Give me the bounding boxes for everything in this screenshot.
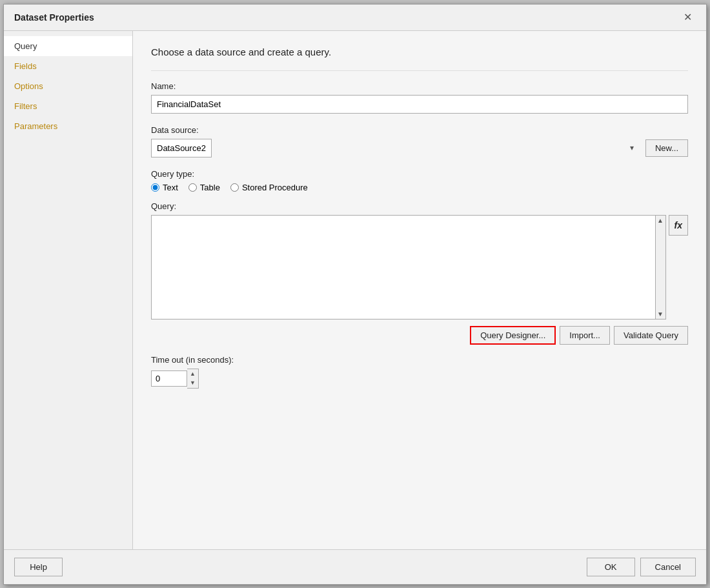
dialog-footer: Help OK Cancel bbox=[4, 549, 706, 584]
timeout-input[interactable] bbox=[151, 370, 187, 387]
timeout-spinner: ▲ ▼ bbox=[187, 369, 199, 389]
fx-button[interactable]: fx bbox=[669, 215, 688, 236]
radio-table-label: Table bbox=[200, 183, 220, 192]
validate-query-button[interactable]: Validate Query bbox=[614, 326, 688, 345]
sidebar-item-query[interactable]: Query bbox=[4, 36, 132, 56]
timeout-increment-button[interactable]: ▲ bbox=[187, 369, 198, 379]
name-input[interactable] bbox=[151, 95, 688, 114]
new-datasource-button[interactable]: New... bbox=[645, 139, 688, 157]
dialog-body: Query Fields Options Filters Parameters … bbox=[4, 31, 706, 549]
name-label: Name: bbox=[151, 81, 688, 91]
help-button[interactable]: Help bbox=[14, 558, 63, 576]
radio-text-input[interactable] bbox=[151, 183, 159, 192]
radio-group: Text Table Stored Procedure bbox=[151, 183, 308, 192]
query-designer-button[interactable]: Query Designer... bbox=[470, 326, 556, 345]
query-label: Query: bbox=[151, 201, 688, 211]
scroll-up-arrow[interactable]: ▲ bbox=[657, 217, 664, 224]
datasource-label: Data source: bbox=[151, 125, 688, 135]
close-button[interactable]: ✕ bbox=[680, 11, 696, 24]
timeout-decrement-button[interactable]: ▼ bbox=[187, 378, 198, 388]
radio-stored-procedure-option[interactable]: Stored Procedure bbox=[230, 183, 308, 192]
datasource-select[interactable]: DataSource2 bbox=[151, 139, 212, 157]
query-textarea[interactable] bbox=[152, 216, 655, 319]
query-buttons-row: Query Designer... Import... Validate Que… bbox=[151, 326, 688, 345]
scroll-down-arrow[interactable]: ▼ bbox=[657, 310, 664, 318]
radio-text-option[interactable]: Text bbox=[151, 183, 178, 192]
radio-table-option[interactable]: Table bbox=[188, 183, 220, 192]
ok-button[interactable]: OK bbox=[587, 558, 635, 576]
dataset-properties-dialog: Dataset Properties ✕ Query Fields Option… bbox=[3, 4, 707, 585]
sidebar: Query Fields Options Filters Parameters bbox=[4, 31, 133, 549]
sidebar-item-parameters[interactable]: Parameters bbox=[4, 116, 132, 136]
datasource-select-wrapper: DataSource2 bbox=[151, 139, 639, 157]
query-type-label: Query type: bbox=[151, 169, 688, 179]
main-content: Choose a data source and create a query.… bbox=[133, 31, 706, 549]
footer-right: OK Cancel bbox=[587, 558, 696, 576]
radio-stored-procedure-input[interactable] bbox=[230, 183, 239, 192]
description-text: Choose a data source and create a query. bbox=[151, 46, 688, 57]
radio-table-input[interactable] bbox=[188, 183, 197, 192]
timeout-label: Time out (in seconds): bbox=[151, 355, 688, 365]
cancel-button[interactable]: Cancel bbox=[640, 558, 696, 576]
sidebar-item-options[interactable]: Options bbox=[4, 76, 132, 96]
query-type-row: Text Table Stored Procedure bbox=[151, 183, 688, 192]
timeout-input-row: ▲ ▼ bbox=[151, 369, 688, 389]
section-divider bbox=[151, 70, 688, 71]
dialog-title: Dataset Properties bbox=[14, 12, 94, 23]
sidebar-item-filters[interactable]: Filters bbox=[4, 96, 132, 116]
radio-stored-procedure-label: Stored Procedure bbox=[242, 183, 308, 192]
title-bar: Dataset Properties ✕ bbox=[4, 5, 706, 31]
sidebar-item-fields[interactable]: Fields bbox=[4, 56, 132, 76]
radio-text-label: Text bbox=[163, 183, 178, 192]
datasource-row: DataSource2 New... bbox=[151, 139, 688, 157]
import-button[interactable]: Import... bbox=[560, 326, 610, 345]
footer-left: Help bbox=[14, 558, 63, 576]
